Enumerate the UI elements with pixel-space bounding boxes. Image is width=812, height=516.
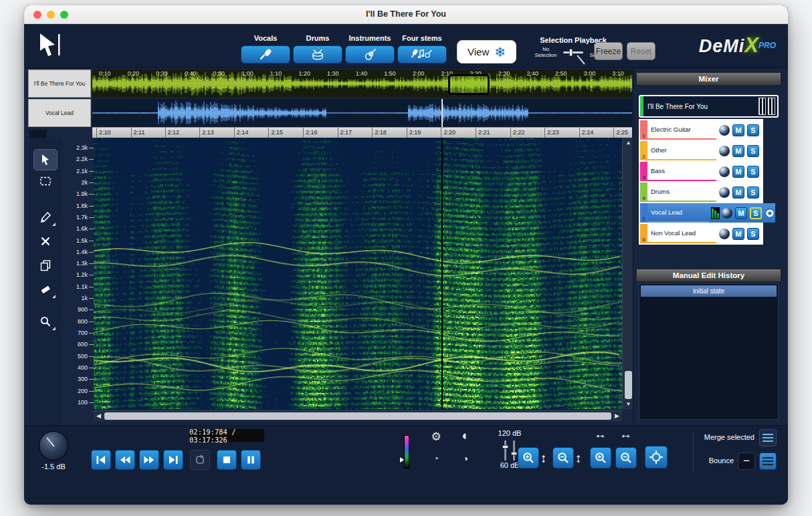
horizontal-scrollbar[interactable]: ◀ ▶ [94,410,622,421]
waveform-playhead[interactable] [441,99,443,127]
fast-forward-button[interactable] [139,450,159,470]
spectrogram-canvas[interactable] [94,138,622,409]
time-display: 02:19:784 / 03:17:326 [189,429,264,442]
selection-playback-slider[interactable] [563,51,583,53]
db-max-slider-knob[interactable] [502,445,508,448]
scroll-left-arrow[interactable]: ◀ [96,412,101,419]
window-controls [33,11,68,19]
vocal-lead-zoom-waveform[interactable] [92,99,632,127]
snowflake-icon: ❄ [494,45,506,59]
db-min-slider-knob[interactable] [511,452,517,455]
history-item[interactable]: initial state [641,285,777,297]
contrast-icon[interactable]: ◐ [458,428,474,443]
solo-button[interactable]: S [747,145,759,157]
duplicate-tool[interactable] [34,255,57,275]
drum-icon [310,48,325,61]
mute-button[interactable]: M [732,166,744,178]
spectrogram-playhead[interactable] [441,138,443,409]
pan-knob[interactable] [719,187,730,198]
view-window-indicator[interactable] [448,74,490,95]
delete-selection-tool[interactable] [34,231,57,251]
selection-playback-slider-knob[interactable] [569,49,573,56]
solo-button[interactable]: S [750,207,762,219]
zoom-in-vertical-button[interactable] [518,447,539,469]
separate-instruments-button[interactable] [345,45,395,63]
mute-button[interactable]: M [732,186,744,199]
skip-to-end-button[interactable] [163,450,183,470]
zoom-ruler-time-label: 2:18 [372,128,387,138]
solo-button[interactable]: S [747,228,759,240]
merge-menu-button[interactable] [759,429,777,446]
solo-button[interactable]: S [747,186,759,199]
horizontal-scroll-thumb[interactable] [104,412,611,420]
mixer-track-row[interactable]: 1 Electric Guitar M S [640,120,762,140]
bounce-label: Bounce [683,457,734,465]
scroll-right-arrow[interactable]: ▶ [615,412,619,419]
pan-knob[interactable] [722,208,732,219]
song-time-ruler[interactable]: 0:100:200:300:400:501:001:101:201:301:40… [92,70,632,78]
brightness-icon[interactable]: ◔ [429,454,443,463]
contrast-small-icon[interactable]: ◑ [459,454,472,463]
pan-knob[interactable] [719,229,730,239]
view-freeze-button[interactable]: View ❄ [457,40,516,63]
mute-button[interactable]: M [732,145,744,157]
frequency-label: 2.2k [62,156,94,162]
solo-button[interactable]: S [747,166,759,178]
eraser-tool[interactable] [34,279,57,299]
marquee-select-tool[interactable] [34,171,57,191]
zoom-time-ruler[interactable]: 2:102:112:122:132:142:152:162:172:182:19… [92,127,632,138]
separate-drums-button[interactable] [293,45,342,63]
zoom-window-button[interactable] [60,11,68,19]
separate-four-stems-button[interactable] [397,45,447,63]
mixer-track-row[interactable]: 5 Vocal Lead M S [640,203,775,223]
colormap-marker[interactable] [400,457,404,463]
mute-button[interactable]: M [732,124,744,136]
rewind-button[interactable] [115,450,135,470]
spectrogram-view[interactable] [94,138,622,409]
stop-button[interactable] [217,450,237,470]
track-name: Drums [647,182,716,202]
mixer-track-row[interactable]: 6 Non Vocal Lead M S [640,224,762,243]
zoom-in-horizontal-button[interactable] [590,447,611,469]
pan-knob[interactable] [719,146,730,156]
brush-tool[interactable] [34,207,57,227]
pan-knob[interactable] [719,166,730,177]
bounce-menu-button[interactable] [759,453,777,470]
separate-vocals-button[interactable] [241,45,290,63]
submenu-indicator [52,223,56,226]
pause-button[interactable] [241,450,261,470]
pointer-tool[interactable] [34,150,57,170]
freeze-button[interactable]: Freeze [594,42,623,60]
db-min-slider[interactable] [513,440,515,461]
zoom-tool[interactable] [34,311,57,332]
loop-button[interactable] [190,450,210,470]
mixer-track-row[interactable]: 2 Other M S [640,141,762,160]
db-max-slider[interactable] [504,440,506,461]
app-cursor-logo [37,32,66,61]
vertical-scroll-thumb[interactable] [625,371,632,399]
settings-gear-icon[interactable]: ⚙ [428,430,444,444]
bounce-remove-button[interactable]: − [738,453,755,470]
skip-to-start-button[interactable] [91,450,111,470]
frequency-label: 1.8k [62,203,94,209]
track-number: 3 [640,162,647,181]
zoom-out-vertical-button[interactable] [552,447,574,469]
master-track[interactable]: I'll Be There For You [639,95,779,118]
solo-target-icon[interactable] [765,208,775,219]
close-window-button[interactable] [33,11,41,19]
mute-button[interactable]: M [735,207,747,219]
mixer-track-row[interactable]: 3 Bass M S [640,162,762,181]
pan-knob[interactable] [719,125,730,136]
mixer-track-row[interactable]: 4 Drums M S [640,182,762,202]
minimize-window-button[interactable] [47,11,55,19]
solo-button[interactable]: S [747,124,759,136]
zoom-ruler-time-label: 2:15 [268,128,283,138]
song-overview-waveform[interactable]: 0:100:200:300:400:501:001:101:201:301:40… [92,70,632,98]
volume-knob[interactable] [39,431,68,461]
zoom-out-horizontal-button[interactable] [615,447,637,469]
reset-button[interactable]: Reset [627,42,655,60]
vocal-waveform-canvas[interactable] [92,99,632,127]
zoom-to-selection-button[interactable] [645,446,668,469]
mute-button[interactable]: M [732,228,744,240]
colormap-slider[interactable] [404,435,409,469]
